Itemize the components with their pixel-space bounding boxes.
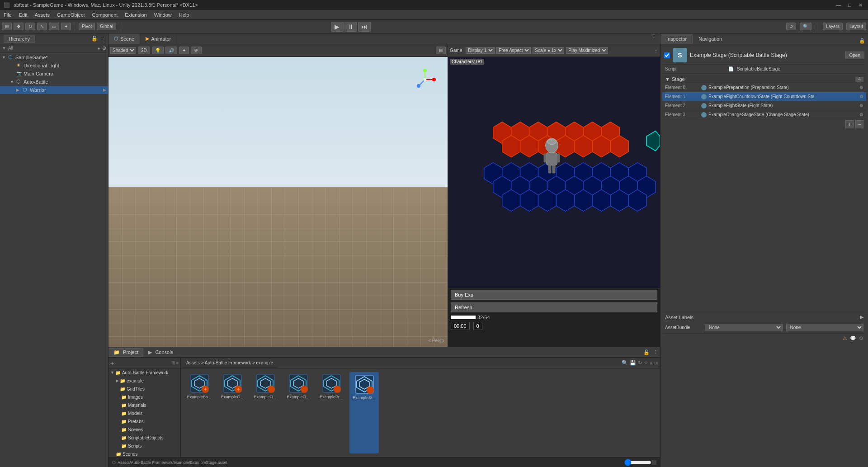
tree-scenes-outer[interactable]: 📁 Scenes	[108, 450, 180, 457]
hier-dirlight[interactable]: ☀ Directional Light	[0, 61, 108, 70]
close-btn[interactable]: ✕	[857, 2, 864, 8]
rect-tool[interactable]: ▭	[49, 23, 59, 30]
layers-dropdown[interactable]: Layers	[823, 23, 843, 30]
element-2-settings-icon[interactable]: ⚙	[859, 103, 863, 108]
multi-tool[interactable]: ✦	[61, 23, 71, 30]
asset-size-slider[interactable]	[624, 459, 651, 466]
tree-models[interactable]: 📁 Models	[108, 409, 180, 417]
hier-maincamera[interactable]: 📷 Main Camera	[0, 70, 108, 78]
scene-gizmo[interactable]	[411, 66, 439, 93]
menu-gameobject[interactable]: GameObject	[53, 11, 89, 19]
hier-autobattle[interactable]: ▼ ⬡ Auto-Battle	[0, 78, 108, 86]
object-active-toggle[interactable]	[664, 52, 670, 58]
footer-icon2[interactable]: 💬	[850, 335, 856, 341]
inspector-tab[interactable]: Inspector	[660, 34, 693, 44]
project-save-icon[interactable]: 💾	[630, 360, 636, 366]
transform-tool[interactable]: ⊞	[2, 23, 12, 30]
project-star-icon[interactable]: ☆	[644, 360, 648, 366]
project-search-icon[interactable]: 🔍	[622, 360, 628, 366]
hier-samplegame[interactable]: ▼ ⬡ SampleGame*	[0, 53, 108, 61]
layout-dropdown[interactable]: Layout	[846, 23, 866, 30]
editor-menu-icon[interactable]: ⋮	[648, 33, 660, 44]
tree-images[interactable]: 📁 Images	[108, 393, 180, 401]
hierarchy-add2-icon[interactable]: ⊕	[102, 45, 106, 51]
footer-icon3[interactable]: ⚙	[859, 335, 863, 341]
menu-extension[interactable]: Extension	[121, 11, 150, 19]
tree-gridtiles[interactable]: ▶ 📁 GridTiles	[108, 385, 180, 393]
project-tab[interactable]: 📁 Project	[108, 348, 143, 357]
element-0-settings-icon[interactable]: ⚙	[859, 85, 863, 90]
scene-hidden-btn[interactable]: 👁	[191, 47, 202, 54]
play-button[interactable]: ▶	[331, 22, 344, 32]
asset-examplest[interactable]: ExampleSt...	[349, 372, 379, 453]
history-btn[interactable]: ↺	[786, 23, 796, 30]
console-tab[interactable]: ▶ Console	[143, 348, 178, 357]
tree-autobattle[interactable]: ▼ 📁 Auto-Battle Framework	[108, 368, 180, 377]
scene-light-btn[interactable]: 💡	[152, 47, 164, 54]
tree-prefabs[interactable]: 📁 Prefabs	[108, 417, 180, 425]
scene-audio-btn[interactable]: 🔊	[165, 47, 177, 54]
add-folder-btn[interactable]: +	[110, 359, 114, 367]
tree-scriptable[interactable]: 📁 ScriptableObjects	[108, 434, 180, 442]
minimize-btn[interactable]: —	[834, 2, 843, 8]
footer-icon1[interactable]: ⚠	[843, 335, 847, 341]
scale-tool[interactable]: ⤡	[37, 23, 47, 30]
game-menu-icon[interactable]: ⋮	[654, 48, 658, 53]
tree-example[interactable]: ▶ 📁 example	[108, 377, 180, 385]
asset-examplefi2[interactable]: ExampleFi...	[283, 372, 313, 453]
menu-window[interactable]: Window	[151, 11, 175, 19]
inspector-lock-icon[interactable]: 🔓	[856, 38, 868, 44]
hierarchy-add-btn[interactable]: +	[98, 46, 100, 51]
asset-examplefi1[interactable]: ExampleFi...	[250, 372, 280, 453]
element-3-settings-icon[interactable]: ⚙	[859, 112, 863, 117]
pause-button[interactable]: ⏸	[344, 22, 357, 32]
asset-examplec[interactable]: ✦ ExampleC...	[217, 372, 247, 453]
scale-select[interactable]: Scale ● 1x	[533, 47, 564, 54]
assetbundle-select1[interactable]: None	[705, 324, 783, 331]
navigation-tab[interactable]: Navigation	[693, 34, 728, 44]
project-refresh-icon[interactable]: ↻	[638, 360, 642, 366]
asset-examplepr[interactable]: ExamplePr...	[316, 372, 346, 453]
stage-section-header[interactable]: ▼ Stage 4	[662, 75, 866, 83]
scene-draw-mode[interactable]: Shaded	[110, 47, 136, 54]
hierarchy-tab[interactable]: Hierarchy	[4, 35, 35, 43]
asset-exampleba[interactable]: ✦ ExampleBa...	[184, 372, 214, 453]
scene-2d-btn[interactable]: 2D	[138, 47, 150, 54]
scene-tab[interactable]: ⬡ Scene	[108, 33, 140, 44]
scene-grid-btn[interactable]: ⊞	[436, 47, 446, 54]
refresh-btn[interactable]: Refresh	[451, 302, 657, 312]
element-1-settings-icon[interactable]: ⚙	[859, 94, 863, 99]
rotate-tool[interactable]: ↻	[25, 23, 35, 30]
tree-scripts[interactable]: 📁 Scripts	[108, 442, 180, 450]
bottom-lock-icon[interactable]: 🔓	[642, 349, 651, 355]
tree-materials[interactable]: 📁 Materials	[108, 401, 180, 409]
hierarchy-menu-icon[interactable]: ⋮	[99, 36, 104, 42]
aspect-select[interactable]: Free Aspect	[496, 47, 531, 54]
element-2-row[interactable]: Element 2 ExampleFightState (Fight State…	[662, 101, 866, 110]
remove-element-btn[interactable]: −	[855, 120, 863, 128]
display-select[interactable]: Display 1	[466, 47, 495, 54]
element-0-row[interactable]: Element 0 ExamplePreparation (Preparatio…	[662, 83, 866, 92]
move-tool[interactable]: ✥	[14, 23, 24, 30]
element-1-row[interactable]: Element 1 ExampleFightCountdownState (Fi…	[662, 92, 866, 101]
step-button[interactable]: ⏭	[358, 22, 371, 32]
asset-labels-toggle[interactable]: ▶	[860, 314, 863, 320]
search-btn[interactable]: 🔍	[800, 23, 811, 30]
hierarchy-lock-icon[interactable]: 🔓	[91, 36, 98, 42]
buy-exp-btn[interactable]: Buy Exp	[451, 290, 657, 300]
menu-help[interactable]: Help	[175, 11, 193, 19]
scene-canvas[interactable]: < Persp	[108, 57, 448, 347]
menu-assets[interactable]: Assets	[31, 11, 53, 19]
pivot-btn[interactable]: Pivot	[79, 23, 95, 30]
maximize-btn[interactable]: □	[846, 2, 853, 8]
element-3-row[interactable]: Element 3 ExampleChangeStageState (Chang…	[662, 110, 866, 119]
global-btn[interactable]: Global	[97, 23, 116, 30]
open-button[interactable]: Open	[845, 52, 864, 59]
menu-edit[interactable]: Edit	[15, 11, 31, 19]
scene-fx-btn[interactable]: ✦	[179, 47, 189, 54]
add-element-btn[interactable]: +	[845, 120, 854, 128]
assetbundle-select2[interactable]: None	[786, 324, 864, 331]
tree-scenes-inner[interactable]: 📁 Scenes	[108, 425, 180, 434]
hier-warrior[interactable]: ▶ ⬡ Warrior ▶	[0, 86, 108, 94]
animator-tab[interactable]: ▶ Animator	[140, 33, 177, 44]
